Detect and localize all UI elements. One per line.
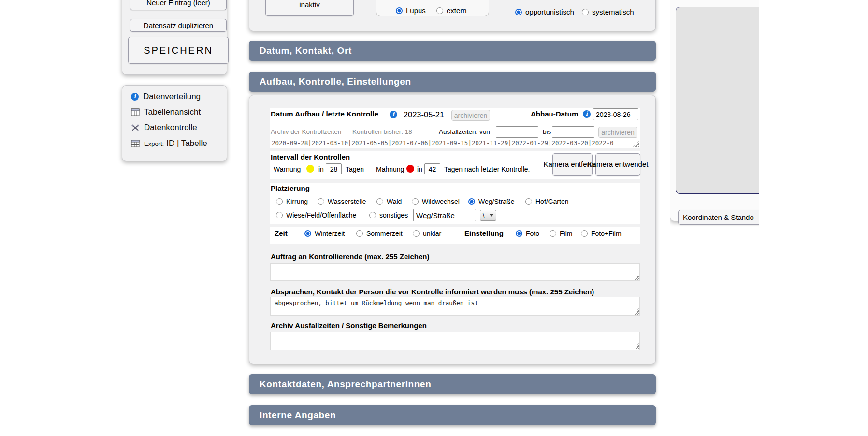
absprachen-textarea[interactable]: abgesprochen, bittet um Rückmeldung wenn… [270,297,640,316]
menu-item-datenkontrolle[interactable]: Datenkontrolle [131,123,197,132]
kontrollen-bisher-text: Kontrollen bisher: 18 [352,128,412,135]
menu-item-label: ID | Tabelle [166,139,207,148]
archiv-kontrollzeiten-link[interactable]: Archiv der Kontrollzeiten [271,128,341,135]
radio-icon [396,7,403,14]
radio-unklar[interactable]: unklar [413,230,441,237]
radio-icon [468,198,475,205]
radio-wasserstelle[interactable]: Wasserstelle [318,198,366,205]
save-button[interactable]: SPEICHERN [128,37,229,64]
datum-aufbau-label: Datum Aufbau / letzte Kontrolle [271,110,378,118]
warning-dot-icon [306,165,314,173]
radio-label: unklar [423,230,441,237]
radio-label: opportunistisch [525,8,574,16]
radio-label: Kirrung [286,198,308,205]
radio-label: Foto [526,230,539,237]
datum-aufbau-field[interactable]: 2023-05-21 [400,108,448,121]
menu-item-label: Tabellenansicht [144,107,201,117]
radio-icon [581,230,588,237]
warnung-tagen-label: Tagen [346,165,364,173]
radio-icon [413,230,420,237]
abbau-datum-input[interactable] [593,108,638,120]
source-groupbox: Lupus extern [376,0,489,16]
right-panel-clip: Koordinaten & Stando [670,0,759,233]
new-entry-button[interactable]: Neuer Eintrag (leer) [130,0,227,10]
radio-sommerzeit[interactable]: Sommerzeit [356,230,403,237]
inaktiv-button[interactable]: inaktiv [265,0,354,16]
radio-label: Foto+Film [591,230,622,237]
kamera-entwendet-button[interactable]: Kamera entwendet [595,153,640,176]
info-icon[interactable]: i [583,110,591,118]
radio-label: Hof/Garten [535,198,568,205]
archiv-ausfall-label: Archiv Ausfallzeiten / Sonstige Bemerkun… [271,321,427,330]
menu-item-tabellenansicht[interactable]: Tabellenansicht [131,107,201,117]
platzierung-text-input[interactable] [413,209,476,221]
radio-extern[interactable]: extern [436,6,467,15]
info-icon[interactable]: i [390,111,397,118]
radio-foto[interactable]: Foto [516,230,539,237]
right-panel-card: Koordinaten & Stando [670,0,759,221]
radio-opportunistisch[interactable]: opportunistisch [515,8,574,16]
radio-label: Winterzeit [315,230,345,237]
radio-foto-film[interactable]: Foto+Film [581,230,622,237]
ausfall-von-input[interactable] [496,126,538,138]
table-icon [131,108,140,116]
section-header-datum-kontakt-ort[interactable]: Datum, Kontakt, Ort [249,41,656,61]
mahnung-suffix-label: Tagen nach letzter Kontrolle. [444,165,530,173]
page: Neuer Eintrag (leer) Datensatz duplizier… [0,0,868,436]
radio-icon [550,230,556,237]
radio-label: Weg/Straße [478,198,514,205]
radio-film[interactable]: Film [550,230,572,237]
section-header-interne-angaben[interactable]: Interne Angaben [249,405,656,425]
archivieren-button[interactable]: archivieren [451,110,490,121]
warnung-in-label: in [318,165,324,173]
table-icon [131,140,140,147]
radio-lupus[interactable]: Lupus [396,6,426,15]
platzierung-title: Platzierung [271,184,310,192]
intervall-title: Intervall der Kontrollen [271,153,350,161]
radio-sonstiges[interactable]: sonstiges [369,211,408,219]
einstellung-title: Einstellung [464,229,504,237]
radio-label: Wasserstelle [328,198,366,205]
radio-wald[interactable]: Wald [376,198,402,205]
mahnung-tage-input[interactable] [424,163,440,174]
section-header-kontaktdaten[interactable]: Kontaktdaten, AnsprechpartnerInnen [249,374,656,394]
radio-wiese[interactable]: Wiese/Feld/Offenfläche [276,211,356,219]
radio-icon [436,7,443,14]
chevron-down-icon [490,214,493,217]
ausfall-archivieren-button[interactable]: archivieren [598,127,637,138]
auftrag-textarea[interactable] [270,263,640,281]
radio-label: sonstiges [379,211,408,219]
menu-item-export[interactable]: Export: ID | Tabelle [131,139,207,148]
radio-hof-garten[interactable]: Hof/Garten [525,198,568,205]
koordinaten-standort-button[interactable]: Koordinaten & Stando [678,210,759,225]
radio-icon [516,230,522,237]
section-header-aufbau[interactable]: Aufbau, Kontrolle, Einstellungen [249,72,656,92]
kontroll-dates-list: 2020-09-28|2021-03-10|2021-05-05|2021-07… [272,139,613,146]
menu-card: i Datenverteilung Tabellenansicht Datenk… [122,85,227,161]
radio-icon [276,198,283,205]
radio-label: Film [560,230,572,237]
radio-winterzeit[interactable]: Winterzeit [304,230,345,237]
radio-label: Sommerzeit [366,230,403,237]
radio-label: Wald [387,198,402,205]
warnung-tage-input[interactable] [326,163,342,174]
radio-kirrung[interactable]: Kirrung [276,198,308,205]
kamera-entfernen-button[interactable]: Kamera entfernen [552,153,593,176]
radio-label: systematisch [592,8,634,16]
menu-item-datenverteilung[interactable]: i Datenverteilung [131,92,201,102]
radio-label: Wildwechsel [422,198,460,205]
radio-icon [412,198,419,205]
info-icon: i [131,93,139,101]
zeit-title: Zeit [275,229,288,237]
ausfall-bis-input[interactable] [552,126,594,138]
radio-weg-strasse[interactable]: Weg/Straße [468,198,514,205]
radio-wildwechsel[interactable]: Wildwechsel [412,198,460,205]
select-value: \ [483,212,484,219]
duplicate-record-button[interactable]: Datensatz duplizieren [130,19,227,32]
radio-systematisch[interactable]: systematisch [582,8,634,16]
platzierung-select[interactable]: \ [480,210,496,221]
radio-icon [376,198,383,205]
menu-item-label: Datenkontrolle [144,123,197,132]
archiv-ausfall-textarea[interactable] [270,332,640,350]
auftrag-label: Auftrag an Kontrollierende (max. 255 Zei… [271,252,429,261]
